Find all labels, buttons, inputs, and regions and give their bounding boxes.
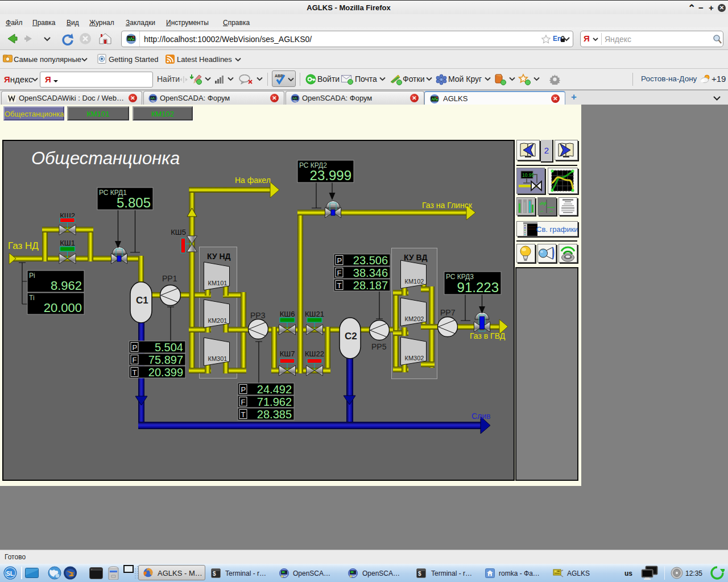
svg-text:10.95: 10.95 xyxy=(522,172,535,178)
svg-text:Газ в ГВД: Газ в ГВД xyxy=(470,331,506,340)
svg-text:71.962: 71.962 xyxy=(257,396,292,408)
svg-text:Общестанционка: Общестанционка xyxy=(31,148,180,168)
svg-text:РР3: РР3 xyxy=(250,311,266,320)
svg-text:КШ22: КШ22 xyxy=(305,350,324,358)
svg-text:$: $ xyxy=(213,571,216,577)
svg-text:КШ6: КШ6 xyxy=(280,310,295,318)
svg-text:P: P xyxy=(337,256,342,265)
svg-text:На факел: На факел xyxy=(235,176,271,185)
svg-text:C1: C1 xyxy=(136,295,148,306)
svg-text:5.805: 5.805 xyxy=(117,195,151,210)
svg-text:SL: SL xyxy=(6,570,14,577)
svg-text:F: F xyxy=(133,356,137,364)
svg-text:75.897: 75.897 xyxy=(148,354,183,366)
svg-text:КМ302: КМ302 xyxy=(405,355,424,361)
svg-text:Газ на Глинск: Газ на Глинск xyxy=(422,201,473,210)
svg-text:23.506: 23.506 xyxy=(353,254,388,267)
svg-text:28.385: 28.385 xyxy=(257,408,292,421)
svg-text:Pi: Pi xyxy=(29,272,35,280)
svg-text:5.504: 5.504 xyxy=(155,341,183,354)
svg-text:РР7: РР7 xyxy=(440,308,456,317)
svg-text:38.346: 38.346 xyxy=(353,267,388,279)
svg-text:8.962: 8.962 xyxy=(51,278,82,293)
svg-text:Газ НД: Газ НД xyxy=(8,240,39,251)
svg-text:En: En xyxy=(553,35,561,43)
svg-text:P: P xyxy=(241,385,246,394)
svg-text:КШ7: КШ7 xyxy=(280,350,295,358)
svg-text:КМ301: КМ301 xyxy=(208,355,228,362)
svg-text:$: $ xyxy=(418,571,421,577)
svg-text:T: T xyxy=(337,281,342,290)
svg-text:КМ201: КМ201 xyxy=(208,317,228,324)
svg-text:20.000: 20.000 xyxy=(44,301,82,315)
svg-text:КМ101: КМ101 xyxy=(208,280,228,286)
svg-text:23.999: 23.999 xyxy=(310,168,351,183)
svg-text:КМ202: КМ202 xyxy=(405,315,424,322)
svg-text:C2: C2 xyxy=(345,331,357,342)
svg-text:КУ ВД: КУ ВД xyxy=(404,253,427,262)
svg-text:91.223: 91.223 xyxy=(457,280,499,295)
svg-text:P: P xyxy=(133,343,138,352)
svg-text:РР1: РР1 xyxy=(162,274,177,283)
svg-text:КШ5: КШ5 xyxy=(171,228,186,236)
svg-text:28.187: 28.187 xyxy=(353,279,388,292)
svg-text:КШ21: КШ21 xyxy=(305,310,324,318)
svg-text:РР5: РР5 xyxy=(371,342,387,351)
svg-text:24.492: 24.492 xyxy=(257,383,292,396)
svg-text:T: T xyxy=(241,410,246,419)
svg-text:F: F xyxy=(241,398,246,406)
svg-text:F: F xyxy=(337,269,342,277)
svg-text:КМ102: КМ102 xyxy=(405,278,424,285)
svg-text:20.399: 20.399 xyxy=(148,366,183,379)
svg-text:КШ1: КШ1 xyxy=(60,239,75,247)
svg-text:T: T xyxy=(133,368,137,377)
svg-text:Ti: Ti xyxy=(29,294,35,302)
svg-text:Слив: Слив xyxy=(471,411,491,421)
svg-text:КУ НД: КУ НД xyxy=(207,252,231,261)
